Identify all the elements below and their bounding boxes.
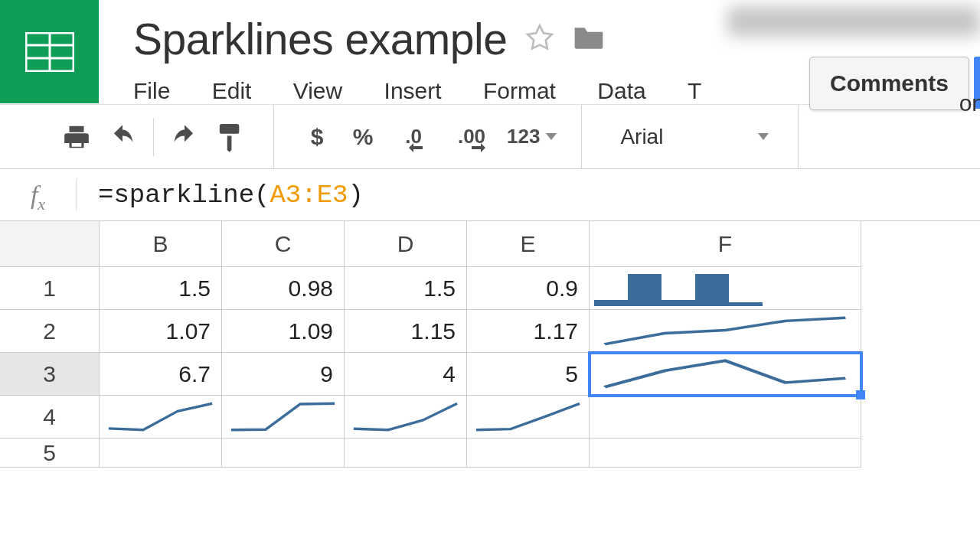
format-currency-button[interactable]: $ bbox=[297, 117, 337, 157]
col-header-c[interactable]: C bbox=[222, 221, 345, 267]
cell-d5[interactable] bbox=[345, 439, 467, 468]
cell-f2-sparkline[interactable] bbox=[590, 310, 861, 353]
cell-c5[interactable] bbox=[222, 439, 345, 468]
cell-b1[interactable]: 1.5 bbox=[100, 267, 222, 310]
app-logo[interactable] bbox=[0, 0, 99, 103]
toolbar: $ % .0 .00 123 Arial bbox=[0, 104, 980, 169]
font-family-select[interactable]: Arial bbox=[602, 125, 778, 149]
paint-format-icon[interactable] bbox=[211, 117, 250, 157]
row-header-4[interactable]: 4 bbox=[0, 396, 100, 439]
fx-icon[interactable]: fx bbox=[0, 180, 77, 210]
cell-e3[interactable]: 5 bbox=[467, 353, 590, 396]
cell-f1-sparkbar[interactable] bbox=[590, 267, 861, 310]
increase-decimal-button[interactable]: .00 bbox=[444, 117, 499, 157]
cell-d3[interactable]: 4 bbox=[345, 353, 467, 396]
print-icon[interactable] bbox=[57, 117, 96, 157]
cell-b3[interactable]: 6.7 bbox=[100, 353, 222, 396]
menu-file[interactable]: File bbox=[133, 78, 170, 104]
col-header-b[interactable]: B bbox=[100, 221, 222, 267]
cell-c2[interactable]: 1.09 bbox=[222, 310, 345, 353]
comments-button[interactable]: Comments bbox=[809, 57, 969, 110]
formula-input[interactable]: =sparkline(A3:E3) bbox=[77, 181, 364, 210]
cell-d2[interactable]: 1.15 bbox=[345, 310, 467, 353]
cell-b2[interactable]: 1.07 bbox=[100, 310, 222, 353]
cell-e4-sparkline[interactable] bbox=[467, 396, 590, 439]
cell-b5[interactable] bbox=[100, 439, 222, 468]
cell-e1[interactable]: 0.9 bbox=[467, 267, 590, 310]
menu-edit[interactable]: Edit bbox=[212, 78, 252, 104]
more-formats-button[interactable]: 123 bbox=[502, 125, 561, 148]
cell-c3[interactable]: 9 bbox=[222, 353, 345, 396]
format-percent-button[interactable]: % bbox=[343, 117, 383, 157]
cell-d1[interactable]: 1.5 bbox=[345, 267, 467, 310]
cell-f5[interactable] bbox=[590, 439, 861, 468]
document-title[interactable]: Sparklines example bbox=[133, 14, 507, 64]
chevron-down-icon bbox=[546, 133, 557, 140]
menu-data[interactable]: Data bbox=[597, 78, 645, 104]
toolbar-separator bbox=[153, 118, 154, 156]
row-header-5[interactable]: 5 bbox=[0, 439, 100, 468]
cell-d4-sparkline[interactable] bbox=[345, 396, 467, 439]
selection-handle[interactable] bbox=[856, 390, 865, 399]
cell-b4-sparkline[interactable] bbox=[100, 396, 222, 439]
cell-f3-sparkline-selected[interactable] bbox=[590, 353, 861, 396]
title-bar: Sparklines example Comments on File Edit… bbox=[0, 0, 980, 104]
row-header-2[interactable]: 2 bbox=[0, 310, 100, 353]
select-all-corner[interactable] bbox=[0, 221, 100, 267]
menu-format[interactable]: Format bbox=[483, 78, 556, 104]
star-icon[interactable] bbox=[524, 22, 555, 56]
formula-bar: fx =sparkline(A3:E3) bbox=[0, 169, 980, 221]
cell-c1[interactable]: 0.98 bbox=[222, 267, 345, 310]
clipped-text: on bbox=[959, 90, 980, 116]
account-email-blurred bbox=[727, 6, 980, 37]
cell-e2[interactable]: 1.17 bbox=[467, 310, 590, 353]
row-header-3[interactable]: 3 bbox=[0, 353, 100, 396]
chevron-down-icon bbox=[758, 133, 769, 140]
col-header-d[interactable]: D bbox=[345, 221, 467, 267]
menu-tools-clipped[interactable]: T bbox=[688, 78, 701, 104]
redo-icon[interactable] bbox=[165, 117, 204, 157]
decrease-decimal-button[interactable]: .0 bbox=[389, 117, 438, 157]
cell-c4-sparkline[interactable] bbox=[222, 396, 345, 439]
cell-e5[interactable] bbox=[467, 439, 590, 468]
spreadsheet-grid[interactable]: B C D E F 1 1.5 0.98 1.5 0.9 2 1.07 1.09… bbox=[0, 221, 980, 468]
undo-icon[interactable] bbox=[103, 117, 142, 157]
sheets-grid-icon bbox=[25, 32, 74, 72]
folder-icon[interactable] bbox=[572, 22, 606, 56]
row-header-1[interactable]: 1 bbox=[0, 267, 100, 310]
menu-view[interactable]: View bbox=[293, 78, 342, 104]
menu-insert[interactable]: Insert bbox=[384, 78, 442, 104]
cell-f4[interactable] bbox=[590, 396, 861, 439]
col-header-f[interactable]: F bbox=[590, 221, 861, 267]
col-header-e[interactable]: E bbox=[467, 221, 590, 267]
